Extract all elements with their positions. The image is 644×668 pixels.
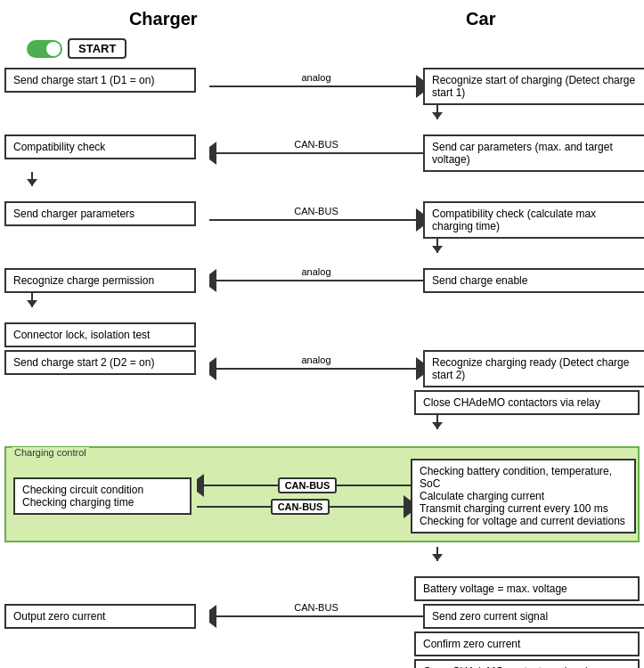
row-confirm-zero: Confirm zero current: [4, 631, 640, 656]
box-recognize-charge-permission: Recognize charge permission: [4, 268, 196, 293]
toggle-switch[interactable]: [27, 40, 62, 58]
label-analog2: analog: [298, 266, 334, 277]
v-arrow-right1: [432, 105, 443, 132]
box-recognize-start: Recognize start of charging (Detect char…: [423, 68, 644, 105]
charger-title: Charger: [4, 9, 322, 29]
col-right: Recognize start of charging (Detect char…: [423, 68, 644, 105]
header: Charger Car: [4, 9, 640, 29]
v-arrow-left2: [27, 293, 37, 320]
box-send-charge-start2: Send charge start 2 (D2 = on): [4, 350, 196, 375]
car-title: Car: [322, 9, 640, 29]
v-arrow-right2: [432, 239, 443, 265]
box-checking-circuit: Checking circuit condition Checking char…: [13, 477, 192, 515]
box-output-zero-current: Output zero current: [4, 604, 196, 629]
box-checking-battery: Checking battery condition, temperature,…: [411, 459, 636, 534]
box-close-chademo: Close CHAdeMO contactors via relay: [414, 390, 640, 415]
row-close-chademo: Close CHAdeMO contactors via relay: [4, 390, 640, 415]
box-connector-lock: Connector lock, isolation test: [4, 322, 196, 347]
label-canbus3: CAN-BUS: [290, 602, 342, 613]
start-button[interactable]: START: [68, 38, 126, 59]
row-send-charge-start2: Send charge start 2 (D2 = on) analog Rec…: [4, 350, 640, 387]
box-send-charger-parameters: Send charger parameters: [4, 201, 196, 226]
label-analog3: analog: [298, 354, 334, 365]
canbus-badge-right: CAN-BUS: [271, 499, 330, 515]
arrow-canbus-left1: CAN-BUS: [209, 134, 423, 172]
v-arrow-left1: [27, 172, 37, 199]
box-recognize-charging-ready: Recognize charging ready (Detect charge …: [423, 350, 644, 387]
col-left: Send charge start 1 (D1 = on): [4, 68, 209, 105]
box-send-zero-current: Send zero current signal: [423, 604, 644, 629]
row-output-zero-current: Output zero current CAN-BUS Send zero cu…: [4, 604, 640, 629]
box-send-car-parameters: Send car parameters (max. and target vol…: [423, 134, 644, 172]
label-canbus1: CAN-BUS: [290, 139, 342, 150]
charging-control-label: Charging control: [12, 447, 89, 458]
arrow-canbus-left2: CAN-BUS: [209, 604, 423, 629]
row-send-charger-parameters: Send charger parameters CAN-BUS Compatib…: [4, 201, 640, 239]
cc-arrows: CAN-BUS CAN-BUS: [197, 477, 411, 515]
charging-control-row: Checking circuit condition Checking char…: [13, 459, 631, 534]
canbus-badge-left: CAN-BUS: [278, 477, 338, 493]
box-compatibility-check-car: Compatibility check (calculate max charg…: [423, 201, 644, 239]
arrow-canbus-right1: CAN-BUS: [209, 201, 423, 239]
row-compatibility-check: Compatibility check CAN-BUS Send car par…: [4, 134, 640, 172]
row-recognize-charge-permission: Recognize charge permission analog Send …: [4, 268, 640, 293]
arrow-analog-right: analog: [209, 68, 423, 105]
row-connector-lock: Connector lock, isolation test: [4, 322, 640, 347]
arrow-analog-right2: analog: [209, 350, 423, 387]
box-open-chademo: Open CHAdeMO contactors via relay: [414, 659, 640, 668]
v-arrow-right4: [432, 547, 443, 574]
box-battery-voltage: Battery voltage = max. voltage: [414, 576, 640, 601]
row-send-charge-start1: Send charge start 1 (D1 = on) analog Rec…: [4, 68, 640, 105]
row-battery-voltage: Battery voltage = max. voltage: [4, 576, 640, 601]
charging-control-section: Charging control Checking circuit condit…: [4, 446, 640, 542]
v-arrow-right3: [432, 415, 443, 442]
box-send-charge-start1: Send charge start 1 (D1 = on): [4, 68, 196, 93]
row-open-chademo: Open CHAdeMO contactors via relay: [4, 659, 640, 668]
box-send-charge-enable: Send charge enable: [423, 268, 644, 293]
label-canbus2: CAN-BUS: [290, 206, 342, 216]
label-analog: analog: [298, 72, 334, 83]
diagram: Charger Car START Send charge start 1 (D…: [0, 0, 644, 668]
arrow-analog-left1: analog: [209, 268, 423, 293]
box-confirm-zero: Confirm zero current: [414, 631, 640, 656]
box-compatibility-check-charger: Compatibility check: [4, 134, 196, 159]
